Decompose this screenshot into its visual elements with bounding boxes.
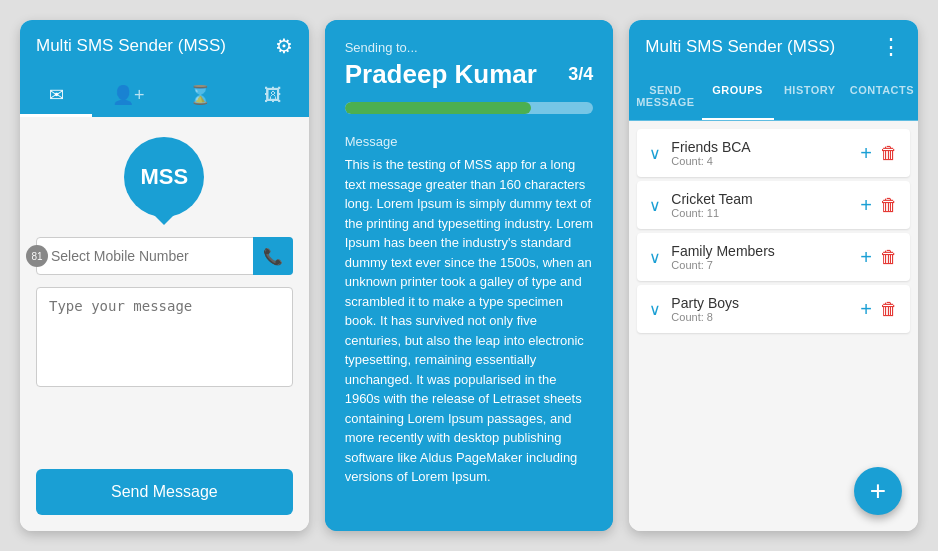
list-item: ∨ Cricket Team Count: 11 + 🗑 — [637, 181, 910, 229]
panel-3: Multi SMS Sender (MSS) ⋮ SEND MESSAGE GR… — [629, 20, 918, 531]
message-label: Message — [345, 134, 594, 149]
tab-groups[interactable]: GROUPS — [702, 74, 774, 120]
groups-list: ∨ Friends BCA Count: 4 + 🗑 ∨ Cricket Tea… — [629, 121, 918, 531]
message-input[interactable] — [36, 287, 293, 387]
delete-group-button[interactable]: 🗑 — [880, 247, 898, 268]
panel-3-header: Multi SMS Sender (MSS) ⋮ — [629, 20, 918, 74]
group-name: Party Boys — [671, 295, 860, 311]
panel-1-body: MSS 81 📞 Send Message — [20, 117, 309, 531]
add-group-button[interactable]: + — [860, 298, 872, 321]
tab-history[interactable]: ⌛ — [164, 76, 236, 117]
message-content: This is the testing of MSS app for a lon… — [345, 155, 594, 507]
delete-group-button[interactable]: 🗑 — [880, 143, 898, 164]
group-name: Cricket Team — [671, 191, 860, 207]
group-actions: + 🗑 — [860, 142, 898, 165]
add-group-button[interactable]: + — [860, 194, 872, 217]
progress-bar-fill — [345, 102, 532, 114]
more-options-icon[interactable]: ⋮ — [880, 34, 902, 60]
panel-1: Multi SMS Sender (MSS) ⚙ ✉ 👤+ ⌛ 🖼 MSS 81… — [20, 20, 309, 531]
chevron-down-icon[interactable]: ∨ — [649, 300, 661, 319]
group-name: Family Members — [671, 243, 860, 259]
sending-count: 3/4 — [568, 64, 593, 85]
group-actions: + 🗑 — [860, 246, 898, 269]
delete-group-button[interactable]: 🗑 — [880, 195, 898, 216]
tab-message[interactable]: ✉ — [20, 76, 92, 117]
tab-send-message[interactable]: SEND MESSAGE — [629, 74, 701, 120]
phone-book-button[interactable]: 📞 — [253, 237, 293, 275]
fab-add-group[interactable]: + — [854, 467, 902, 515]
group-count: Count: 11 — [671, 207, 860, 219]
mss-logo: MSS — [124, 137, 204, 217]
group-actions: + 🗑 — [860, 298, 898, 321]
panel-3-title: Multi SMS Sender (MSS) — [645, 37, 835, 57]
group-info: Friends BCA Count: 4 — [671, 139, 860, 167]
list-item: ∨ Family Members Count: 7 + 🗑 — [637, 233, 910, 281]
tab-contacts[interactable]: CONTACTS — [846, 74, 918, 120]
tab-bar: ✉ 👤+ ⌛ 🖼 — [20, 72, 309, 117]
gear-icon[interactable]: ⚙ — [275, 34, 293, 58]
delete-group-button[interactable]: 🗑 — [880, 299, 898, 320]
group-info: Party Boys Count: 8 — [671, 295, 860, 323]
tab-image[interactable]: 🖼 — [237, 76, 309, 117]
chevron-down-icon[interactable]: ∨ — [649, 196, 661, 215]
group-count: Count: 8 — [671, 311, 860, 323]
sending-name-row: Pradeep Kumar 3/4 — [345, 59, 594, 90]
group-info: Cricket Team Count: 11 — [671, 191, 860, 219]
add-group-button[interactable]: + — [860, 246, 872, 269]
add-group-button[interactable]: + — [860, 142, 872, 165]
nav-tabs: SEND MESSAGE GROUPS HISTORY CONTACTS — [629, 74, 918, 121]
group-actions: + 🗑 — [860, 194, 898, 217]
phone-input-row: 81 📞 — [36, 237, 293, 275]
group-name: Friends BCA — [671, 139, 860, 155]
progress-bar — [345, 102, 594, 114]
chevron-down-icon[interactable]: ∨ — [649, 248, 661, 267]
recipient-name: Pradeep Kumar — [345, 59, 537, 90]
badge-count: 81 — [26, 245, 48, 267]
screens-container: Multi SMS Sender (MSS) ⚙ ✉ 👤+ ⌛ 🖼 MSS 81… — [0, 0, 938, 551]
tab-history[interactable]: HISTORY — [774, 74, 846, 120]
group-count: Count: 4 — [671, 155, 860, 167]
group-count: Count: 7 — [671, 259, 860, 271]
list-item: ∨ Friends BCA Count: 4 + 🗑 — [637, 129, 910, 177]
send-message-button[interactable]: Send Message — [36, 469, 293, 515]
panel-1-title: Multi SMS Sender (MSS) — [36, 36, 226, 56]
panel-2: Sending to... Pradeep Kumar 3/4 Message … — [325, 20, 614, 531]
panel-1-header: Multi SMS Sender (MSS) ⚙ — [20, 20, 309, 72]
sending-to-label: Sending to... — [345, 40, 594, 55]
tab-contacts[interactable]: 👤+ — [92, 76, 164, 117]
group-info: Family Members Count: 7 — [671, 243, 860, 271]
list-item: ∨ Party Boys Count: 8 + 🗑 — [637, 285, 910, 333]
chevron-down-icon[interactable]: ∨ — [649, 144, 661, 163]
panel-2-inner: Sending to... Pradeep Kumar 3/4 Message … — [325, 20, 614, 531]
